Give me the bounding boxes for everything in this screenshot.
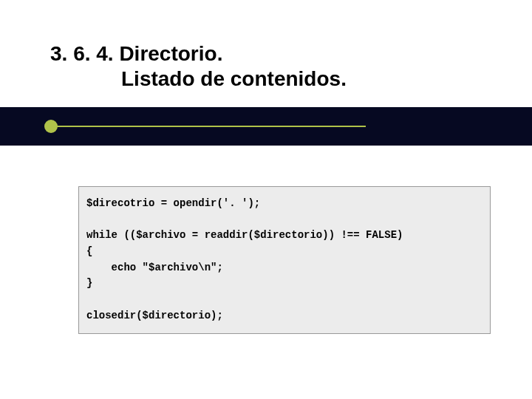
slide-heading: 3. 6. 4. Directorio. Listado de contenid… — [50, 41, 347, 91]
code-line: } — [86, 277, 92, 289]
code-block: $direcotrio = opendir('. '); while (($ar… — [78, 186, 491, 334]
heading-line-1: 3. 6. 4. Directorio. — [50, 41, 347, 66]
code-line: closedir($directorio); — [86, 310, 223, 321]
heading-line-2: Listado de contenidos. — [50, 66, 347, 92]
code-line: { — [86, 245, 92, 257]
accent-line — [55, 126, 366, 127]
code-line: while (($archivo = readdir($directorio))… — [86, 229, 403, 241]
code-line: echo "$archivo\n"; — [86, 262, 223, 273]
code-line: $direcotrio = opendir('. '); — [86, 197, 260, 209]
